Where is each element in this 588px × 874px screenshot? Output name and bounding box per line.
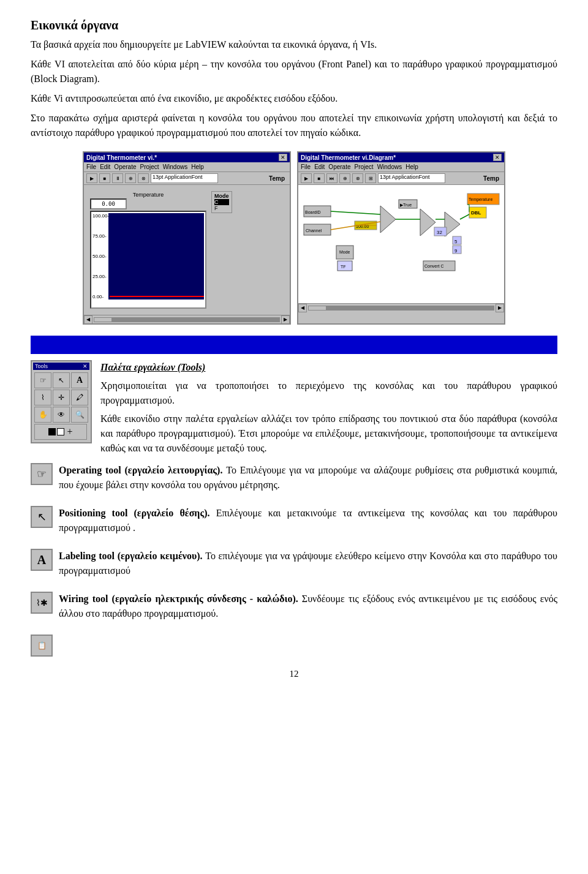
bd-temp-label-top: Temp (483, 175, 502, 182)
last-tool-icon: 📋 (31, 635, 53, 657)
paragraph-4: Στο παρακάτω σχήμα αριστερά φαίνεται η κ… (31, 111, 557, 140)
tool-scroll[interactable]: ✋ (34, 407, 51, 423)
bd-font-select[interactable]: 13pt ApplicationFont (378, 173, 445, 183)
page-number: 12 (31, 669, 557, 679)
svg-text:BoardID: BoardID (305, 210, 321, 214)
fp-scroll-track (94, 317, 280, 322)
tools-palette-container: Tools ✕ ☞ ↖ A ⌇ ✛ 🖍 ✋ 👁 🔍 + (31, 360, 92, 443)
fp-mode-label: Mode (214, 193, 229, 199)
wiring-tool-icon: ⌇✱ (31, 592, 53, 614)
positioning-tool-desc: Positioning tool (εργαλείο θέσης). Επιλέ… (59, 506, 557, 535)
svg-marker-8 (380, 206, 396, 233)
tool-operating[interactable]: ☞ (34, 372, 51, 388)
fp-menu-project[interactable]: Project (140, 164, 159, 170)
bd-btn3[interactable]: ⊕ (339, 173, 350, 183)
fp-scroll-right[interactable]: ▶ (281, 315, 290, 324)
front-panel-window: Digital Thermometer vi.* ✕ File Edit Ope… (83, 151, 291, 325)
tools-title-label: Tools (35, 363, 48, 369)
tool-labeling[interactable]: A (71, 372, 88, 388)
fp-scroll-left[interactable]: ◀ (84, 315, 92, 324)
block-diagram-window: Digital Thermometer vi.Diagram* ✕ File E… (297, 151, 505, 325)
tool-wiring[interactable]: ⌇ (34, 390, 51, 405)
bd-diagram-svg: BoardID Channel 100.00 ▶True 32 5 (301, 187, 503, 301)
positioning-tool-row: ↖ Positioning tool (εργαλείο θέσης). Επι… (31, 506, 557, 540)
tool-color-copy[interactable]: 🖍 (71, 390, 88, 405)
bd-btn5[interactable]: ⊞ (365, 173, 376, 183)
svg-text:32: 32 (437, 230, 442, 235)
svg-text:Channel: Channel (306, 228, 322, 233)
tool-breakpoint[interactable]: 👁 (53, 407, 70, 423)
tools-title-span: Παλέτα εργαλείων (Tools) (100, 362, 205, 372)
bd-step-btn[interactable]: ⏭ (326, 173, 337, 183)
bd-menu-edit[interactable]: Edit (314, 164, 325, 170)
fp-title-text: Digital Thermometer vi.* (86, 154, 157, 161)
fp-scroll-thumb[interactable] (94, 317, 112, 322)
fp-temp-display: 0.00 (90, 198, 127, 209)
fp-btn3[interactable]: ⊕ (125, 173, 136, 183)
color-tool-box: + (48, 426, 72, 437)
fp-btn4[interactable]: ⊗ (138, 173, 149, 183)
fp-chart-group: Temperature 0.00 100.00- 75.00- 50.00- 2… (90, 191, 206, 309)
fp-run-btn[interactable]: ▶ (86, 173, 97, 183)
fp-chart: 100.00- 75.00- 50.00- 25.00- 0.00- (90, 211, 206, 309)
svg-text:DBL: DBL (471, 210, 481, 216)
blue-bar (31, 336, 557, 354)
bd-run-btn[interactable]: ▶ (301, 173, 312, 183)
fp-toolbar: ▶ ■ ⏸ ⊕ ⊗ 13pt ApplicationFont Temp (84, 172, 290, 185)
positioning-tool-icon: ↖ (31, 506, 53, 528)
bd-content: BoardID Channel 100.00 ▶True 32 5 (298, 185, 504, 303)
bd-menu-file[interactable]: File (301, 164, 311, 170)
tools-desc1: Χρησιμοποιείται για να τροποποιήσει το π… (100, 379, 557, 408)
bg-swatch (57, 428, 64, 435)
fp-close-btn[interactable]: ✕ (279, 154, 287, 161)
svg-line-32 (460, 214, 469, 219)
svg-text:Mode: Mode (339, 250, 350, 254)
bd-close-btn[interactable]: ✕ (493, 154, 502, 161)
labeling-tool-label: Labeling tool (εργαλείο κειμένου). (59, 551, 203, 561)
svg-text:Temperature: Temperature (469, 197, 492, 202)
fp-y-50: 50.00- (92, 254, 109, 259)
tool-color[interactable]: + (34, 424, 87, 440)
paragraph-1: Τα βασικά αρχεία που δημιουργείτε με Lab… (31, 37, 557, 52)
tools-description: Παλέτα εργαλείων (Tools) Χρησιμοποιείται… (100, 360, 557, 459)
bd-hscroll[interactable]: ◀ ▶ (298, 303, 504, 312)
tools-grid: ☞ ↖ A ⌇ ✛ 🖍 ✋ 👁 🔍 + (33, 371, 89, 441)
fp-temp-label-top: Temp (269, 175, 287, 182)
svg-marker-10 (445, 212, 460, 236)
bd-scroll-right[interactable]: ▶ (496, 304, 504, 312)
tools-section: Tools ✕ ☞ ↖ A ⌇ ✛ 🖍 ✋ 👁 🔍 + (31, 360, 557, 459)
fp-hscroll[interactable]: ◀ ▶ (84, 315, 290, 323)
tools-desc2: Κάθε εικονίδιο στην παλέτα εργαλείων αλλ… (100, 412, 557, 456)
bd-stop-btn[interactable]: ■ (314, 173, 325, 183)
fp-y-100: 100.00- (92, 213, 109, 219)
wiring-tool-row: ⌇✱ Wiring tool (εργαλείο ηλεκτρικής σύνδ… (31, 592, 557, 626)
fp-title-bar: Digital Thermometer vi.* ✕ (84, 153, 290, 162)
labeling-tool-desc: Labeling tool (εργαλείο κειμένου). Το επ… (59, 549, 557, 578)
fp-temp-label: Temperature (90, 191, 206, 198)
bd-scroll-left[interactable]: ◀ (298, 304, 307, 312)
svg-text:Convert C: Convert C (424, 264, 444, 268)
tool-probe[interactable]: 🔍 (71, 407, 88, 423)
fp-menu-windows[interactable]: Windows (163, 164, 188, 170)
bd-menu-windows[interactable]: Windows (377, 164, 402, 170)
bd-menu-project[interactable]: Project (355, 164, 374, 170)
bd-menu-operate[interactable]: Operate (328, 164, 350, 170)
screenshots-row: Digital Thermometer vi.* ✕ File Edit Ope… (31, 151, 557, 325)
fp-mode-c[interactable]: C (214, 199, 229, 205)
fp-font-select[interactable]: 13pt ApplicationFont (151, 173, 218, 183)
tool-positioning[interactable]: ↖ (53, 372, 70, 388)
fp-stop-btn[interactable]: ■ (99, 173, 110, 183)
fp-pause-btn[interactable]: ⏸ (112, 173, 123, 183)
fp-menu-operate[interactable]: Operate (114, 164, 136, 170)
tools-close-btn[interactable]: ✕ (83, 363, 88, 369)
fp-menu-help[interactable]: Help (191, 164, 204, 170)
fp-y-0: 0.00- (92, 294, 109, 299)
color-pipette: + (67, 426, 72, 437)
bd-scroll-thumb[interactable] (308, 306, 326, 311)
bd-menu-help[interactable]: Help (405, 164, 418, 170)
tool-custom[interactable]: ✛ (53, 390, 70, 405)
bd-btn4[interactable]: ⊗ (352, 173, 363, 183)
fp-menu-file[interactable]: File (86, 164, 96, 170)
fp-menu-edit[interactable]: Edit (100, 164, 110, 170)
fp-mode-f[interactable]: F (214, 205, 229, 211)
